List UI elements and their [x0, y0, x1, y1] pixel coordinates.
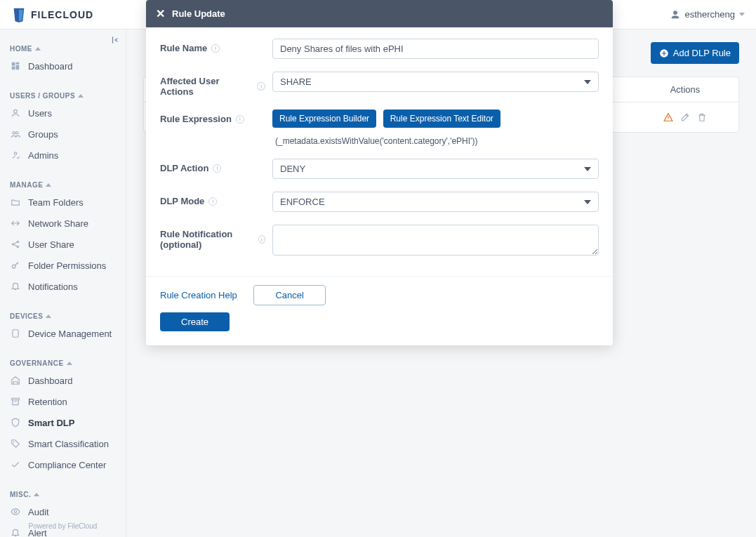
collapse-icon — [110, 35, 120, 45]
section-governance-header[interactable]: GOVERNANCE — [0, 357, 126, 370]
affected-actions-label: Affected User Actionsi — [160, 72, 265, 97]
info-icon[interactable]: i — [208, 197, 217, 206]
svg-point-11 — [14, 510, 17, 513]
info-icon[interactable]: i — [211, 44, 220, 53]
check-icon — [10, 459, 21, 470]
section-home-header[interactable]: HOME — [0, 42, 126, 55]
sidebar-item-retention[interactable]: Retention — [0, 391, 126, 412]
plus-circle-icon — [659, 48, 669, 58]
sidebar: HOME Dashboard USERS / GROUPS Users Grou… — [0, 29, 126, 537]
caret-up-icon — [78, 94, 84, 98]
user-name: esthercheng — [684, 9, 735, 20]
network-icon — [10, 218, 21, 229]
create-button[interactable]: Create — [160, 312, 230, 331]
sidebar-item-compliance-center[interactable]: Compliance Center — [0, 454, 126, 475]
groups-icon — [10, 128, 21, 140]
svg-point-5 — [17, 241, 18, 242]
section-misc-header[interactable]: MISC. — [0, 488, 126, 501]
info-icon[interactable]: i — [213, 164, 221, 173]
folder-icon — [10, 197, 21, 208]
dlp-action-select[interactable]: DENY — [272, 159, 599, 179]
sidebar-item-user-share[interactable]: User Share — [0, 234, 126, 255]
sidebar-item-network-share[interactable]: Network Share — [0, 213, 126, 234]
sidebar-item-smart-classification[interactable]: Smart Classification — [0, 433, 126, 454]
sidebar-item-device-mgmt[interactable]: Device Management — [0, 323, 126, 344]
dlp-mode-select[interactable]: ENFORCE — [272, 192, 599, 212]
caret-up-icon — [46, 314, 51, 318]
svg-point-2 — [16, 132, 18, 135]
expression-builder-button[interactable]: Rule Expression Builder — [272, 110, 376, 128]
archive-icon — [10, 396, 21, 407]
tag-icon — [10, 438, 21, 449]
warning-icon[interactable] — [663, 112, 673, 122]
key-icon — [10, 260, 21, 271]
info-icon[interactable]: i — [258, 235, 265, 244]
svg-point-4 — [12, 244, 13, 245]
close-icon[interactable]: ✕ — [156, 7, 165, 20]
notification-label: Rule Notification (optional)i — [160, 225, 265, 250]
svg-point-0 — [14, 110, 18, 113]
dashboard-icon — [10, 375, 21, 386]
admins-icon — [10, 150, 21, 161]
svg-rect-9 — [12, 398, 20, 399]
sidebar-item-admins[interactable]: Admins — [0, 145, 126, 166]
eye-icon — [10, 506, 21, 517]
edit-icon[interactable] — [680, 112, 690, 122]
svg-point-3 — [14, 152, 17, 155]
sidebar-item-team-folders[interactable]: Team Folders — [0, 192, 126, 213]
caret-up-icon — [34, 493, 39, 496]
modal-header: ✕ Rule Update — [146, 0, 613, 27]
sidebar-item-folder-permissions[interactable]: Folder Permissions — [0, 255, 126, 276]
sidebar-item-users[interactable]: Users — [0, 102, 126, 124]
sidebar-item-gov-dashboard[interactable]: Dashboard — [0, 370, 126, 391]
caret-up-icon — [35, 47, 41, 51]
svg-point-1 — [13, 132, 15, 135]
section-users-header[interactable]: USERS / GROUPS — [0, 89, 126, 102]
powered-by: Powered by FileCloud — [0, 522, 126, 530]
user-menu[interactable]: esthercheng — [670, 9, 745, 20]
cancel-button[interactable]: Cancel — [253, 285, 325, 305]
collapse-sidebar-button[interactable] — [109, 34, 121, 46]
sidebar-item-smart-dlp[interactable]: Smart DLP — [0, 412, 126, 433]
col-actions: Actions — [643, 84, 727, 95]
info-icon[interactable]: i — [257, 82, 265, 91]
info-icon[interactable]: i — [236, 115, 244, 124]
section-manage-header[interactable]: MANAGE — [0, 178, 126, 192]
rule-update-modal: ✕ Rule Update Rule Namei Affected User A… — [146, 0, 613, 345]
device-icon — [10, 328, 21, 339]
user-icon — [10, 107, 21, 119]
add-dlp-rule-button[interactable]: Add DLP Rule — [651, 42, 739, 64]
chevron-down-icon — [739, 13, 745, 16]
share-icon — [10, 239, 21, 250]
caret-up-icon — [67, 362, 72, 365]
sidebar-item-groups[interactable]: Groups — [0, 124, 126, 145]
sidebar-item-audit[interactable]: Audit — [0, 501, 126, 522]
rule-name-label: Rule Namei — [160, 39, 265, 53]
rule-creation-help-link[interactable]: Rule Creation Help — [160, 290, 237, 300]
dlp-mode-label: DLP Modei — [160, 192, 265, 206]
sidebar-item-notifications[interactable]: Notifications — [0, 276, 126, 297]
svg-point-7 — [12, 265, 15, 268]
expression-text-editor-button[interactable]: Rule Expression Text Editor — [383, 110, 500, 128]
dlp-action-label: DLP Actioni — [160, 159, 265, 173]
svg-point-6 — [17, 246, 18, 247]
filecloud-logo-icon — [11, 7, 27, 22]
caret-up-icon — [46, 183, 51, 187]
shield-icon — [10, 417, 21, 428]
svg-point-10 — [13, 442, 15, 443]
section-devices-header[interactable]: DEVICES — [0, 310, 126, 323]
notification-textarea[interactable] — [272, 225, 599, 256]
dashboard-icon — [10, 60, 21, 72]
brand-text: FILECLOUD — [31, 9, 93, 20]
brand-logo: FILECLOUD — [11, 7, 93, 22]
affected-actions-select[interactable]: SHARE — [272, 72, 599, 92]
rule-expression-label: Rule Expressioni — [160, 110, 265, 124]
expression-text: (_metadata.existsWithValue('content.cate… — [275, 136, 599, 146]
modal-title: Rule Update — [172, 8, 225, 19]
delete-icon[interactable] — [697, 112, 707, 122]
user-icon — [670, 10, 680, 20]
bell-icon — [10, 281, 21, 292]
rule-name-input[interactable] — [272, 39, 599, 59]
sidebar-item-dashboard[interactable]: Dashboard — [0, 55, 126, 77]
svg-rect-8 — [13, 330, 18, 338]
